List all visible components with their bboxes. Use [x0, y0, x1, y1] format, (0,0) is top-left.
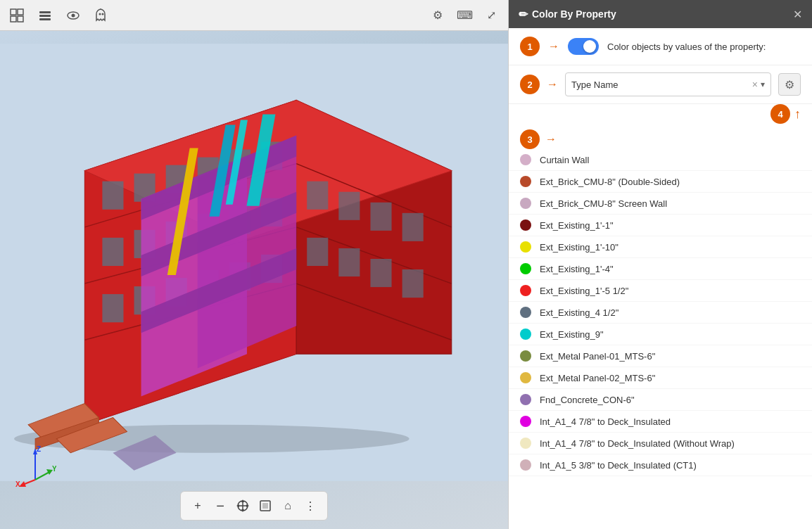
svg-rect-0 [11, 9, 16, 15]
list-item-label: Ext_Existing_4 1/2" [540, 307, 618, 318]
color-swatch [520, 263, 531, 274]
layers-icon[interactable] [35, 6, 55, 25]
color-swatch [520, 307, 531, 318]
property-gear-button[interactable]: ⚙ [778, 73, 801, 96]
property-select-value: Type Name [571, 79, 618, 90]
color-swatch [520, 438, 531, 449]
eye-icon[interactable] [63, 6, 83, 25]
home-button[interactable]: ⌂ [277, 495, 299, 517]
svg-point-9 [99, 13, 101, 15]
section-2-property: 2 → Type Name × ▾ ⚙ [509, 65, 812, 104]
list-item-label: Curtain Wall [540, 155, 589, 165]
svg-rect-41 [338, 192, 360, 220]
color-swatch [520, 416, 531, 427]
color-swatch [520, 459, 531, 471]
badge-4-row: 4 ↑ [509, 104, 812, 127]
keyboard-icon[interactable]: ⌨ [455, 6, 474, 25]
list-item[interactable]: Ext_Existing_9" [509, 324, 812, 345]
select-icons: × ▾ [752, 79, 765, 90]
select-clear-icon[interactable]: × [752, 79, 758, 90]
viewport: ⚙ ⌨ ⤢ [0, 0, 508, 529]
color-toggle[interactable] [568, 38, 599, 55]
panel-title-container: ✏ Color By Property [519, 8, 616, 21]
svg-rect-47 [402, 269, 424, 298]
svg-rect-3 [18, 16, 23, 22]
arrow-1-icon: → [548, 40, 559, 53]
list-item-label: Ext_Existing_1'-1" [540, 220, 614, 231]
color-swatch [520, 285, 531, 296]
list-item[interactable]: Ext_Existing_1'-1" [509, 215, 812, 236]
svg-rect-5 [39, 15, 51, 17]
list-item[interactable]: Ext_Brick_CMU-8" Screen Wall [509, 193, 812, 215]
list-item[interactable]: Int_A1_5 3/8" to Deck_Insulated (CT1) [509, 454, 812, 476]
list-item-label: Ext_Existing_1'-4" [540, 264, 614, 274]
badge-4: 4 [770, 104, 790, 124]
svg-rect-78 [262, 503, 268, 509]
fit-button[interactable] [254, 495, 277, 517]
list-item-label: Fnd_Concrete_CON-6" [540, 395, 635, 405]
color-swatch [520, 241, 531, 253]
top-toolbar: ⚙ ⌨ ⤢ [0, 0, 508, 31]
svg-rect-44 [307, 238, 328, 266]
panel-header: ✏ Color By Property ✕ [509, 0, 812, 28]
color-swatch [520, 329, 531, 340]
list-item-label: Ext_Brick_CMU-8" Screen Wall [540, 198, 667, 209]
panel-pencil-icon: ✏ [519, 8, 528, 21]
svg-rect-45 [338, 248, 360, 276]
color-swatch [520, 394, 531, 405]
list-item[interactable]: Int_A1_4 7/8" to Deck_Insulated (Without… [509, 433, 812, 454]
svg-rect-42 [370, 203, 391, 231]
color-swatch [520, 176, 531, 187]
axes-indicator: Z Y X [14, 445, 56, 487]
badge-2: 2 [520, 75, 540, 94]
svg-point-10 [102, 13, 104, 15]
zoom-in-button[interactable]: + [186, 495, 209, 517]
list-item[interactable]: Ext_Existing_1'-5 1/2" [509, 280, 812, 302]
badge-1: 1 [520, 37, 540, 56]
list-item-label: Int_A1_5 3/8" to Deck_Insulated (CT1) [540, 460, 697, 471]
section-1-toggle: 1 → Color objects by values of the prope… [509, 28, 812, 65]
section-3-badge-row: 3 → [509, 127, 812, 149]
list-item[interactable]: Fnd_Concrete_CON-6" [509, 389, 812, 411]
svg-rect-40 [307, 181, 328, 210]
list-item[interactable]: Curtain Wall [509, 149, 812, 171]
svg-rect-1 [18, 9, 23, 15]
panel-close-button[interactable]: ✕ [793, 8, 802, 21]
svg-text:Z: Z [37, 445, 41, 453]
toolbar-right: ⚙ ⌨ ⤢ [428, 6, 501, 25]
zoom-out-button[interactable]: − [209, 495, 231, 517]
list-item[interactable]: Ext_Existing_1'-4" [509, 258, 812, 280]
list-item[interactable]: Ext_Brick_CMU-8" (Double-Sided) [509, 171, 812, 193]
property-select-dropdown[interactable]: Type Name × ▾ [565, 72, 771, 96]
right-panel: ✏ Color By Property ✕ 1 → Color objects … [508, 0, 812, 529]
arrow-3-icon: → [545, 133, 557, 146]
panels-icon[interactable] [7, 6, 27, 25]
ghost-icon[interactable] [91, 6, 111, 25]
svg-rect-6 [39, 18, 51, 20]
list-item[interactable]: Ext_Existing_4 1/2" [509, 302, 812, 324]
svg-rect-4 [39, 11, 51, 13]
list-item-label: Ext_Brick_CMU-8" (Double-Sided) [540, 177, 680, 187]
bottom-toolbar: + − [180, 491, 328, 521]
panel-title-text: Color By Property [532, 8, 616, 20]
list-item-label: Ext_Existing_9" [540, 329, 604, 340]
color-swatch [520, 154, 531, 165]
more-options-button[interactable]: ⋮ [299, 495, 322, 517]
svg-rect-34 [102, 294, 123, 322]
color-swatch [520, 350, 531, 362]
list-item[interactable]: Ext_Metal Panel-01_MTS-6" [509, 345, 812, 367]
list-item[interactable]: Int_A1_4 7/8" to Deck_Insulated [509, 411, 812, 433]
select-chevron-icon[interactable]: ▾ [761, 79, 765, 89]
settings-icon[interactable]: ⚙ [428, 6, 448, 25]
svg-rect-2 [11, 16, 16, 22]
list-item-label: Ext_Existing_1'-10" [540, 242, 618, 253]
svg-point-8 [72, 13, 75, 17]
color-swatch [520, 372, 531, 383]
list-item[interactable]: Ext_Metal Panel-02_MTS-6" [509, 367, 812, 389]
property-list: Curtain WallExt_Brick_CMU-8" (Double-Sid… [509, 149, 812, 529]
external-link-icon[interactable]: ⤢ [481, 6, 501, 25]
pan-button[interactable] [231, 495, 254, 517]
gear-icon: ⚙ [785, 78, 794, 91]
list-item[interactable]: Ext_Existing_1'-10" [509, 236, 812, 258]
svg-rect-46 [370, 259, 391, 287]
